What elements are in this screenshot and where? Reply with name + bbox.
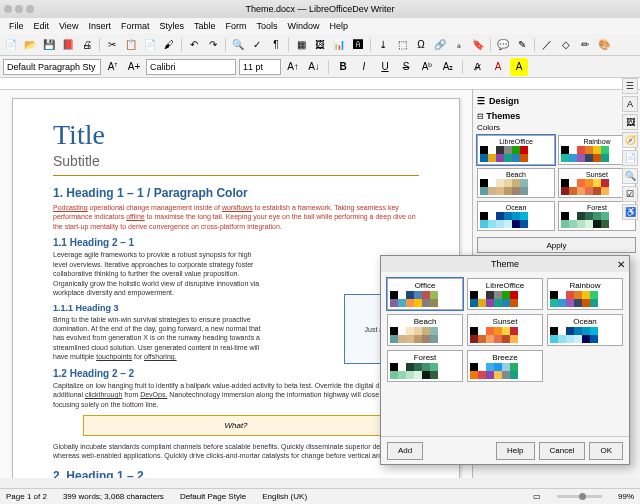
paragraph-style-combo[interactable]: Default Paragraph Sty (3, 59, 101, 75)
save-icon[interactable]: 💾 (40, 36, 58, 54)
panel-menu-icon[interactable]: ☰ (477, 96, 485, 106)
help-button[interactable]: Help (496, 442, 534, 460)
paragraph-2[interactable]: Leverage agile frameworks to provide a r… (53, 250, 265, 297)
what-callout[interactable]: What? (83, 415, 389, 436)
dialog-close-icon[interactable]: ✕ (617, 259, 625, 270)
bookmark-icon[interactable]: 🔖 (469, 36, 487, 54)
paragraph-4[interactable]: Capitalize on low hanging fruit to ident… (53, 381, 419, 409)
page-break-icon[interactable]: ⤓ (374, 36, 392, 54)
status-language[interactable]: English (UK) (262, 492, 307, 501)
dialog-theme-rainbow[interactable]: Rainbow (547, 278, 623, 310)
undo-icon[interactable]: ↶ (185, 36, 203, 54)
italic-icon[interactable]: I (355, 58, 373, 76)
new-style-icon[interactable]: A+ (125, 58, 143, 76)
heading-2-1[interactable]: 1.1 Heading 2 – 1 (53, 237, 419, 248)
formatting-marks-icon[interactable]: ¶ (267, 36, 285, 54)
paragraph-3[interactable]: Bring to the table win-win survival stra… (53, 315, 265, 362)
comment-icon[interactable]: 💬 (494, 36, 512, 54)
menu-help[interactable]: Help (324, 21, 353, 31)
add-button[interactable]: Add (387, 442, 423, 460)
dialog-theme-libreoffice[interactable]: LibreOffice (467, 278, 543, 310)
menu-tools[interactable]: Tools (251, 21, 282, 31)
shrink-font-icon[interactable]: A↓ (305, 58, 323, 76)
dialog-theme-breeze[interactable]: Breeze (467, 350, 543, 382)
font-size-combo[interactable]: 11 pt (239, 59, 281, 75)
gallery-tab-icon[interactable]: 🖼 (622, 114, 638, 130)
menu-view[interactable]: View (54, 21, 83, 31)
close-window-icon[interactable] (4, 5, 12, 13)
maximize-window-icon[interactable] (26, 5, 34, 13)
image-icon[interactable]: 🖼 (311, 36, 329, 54)
textbox-icon[interactable]: 🅰 (349, 36, 367, 54)
menu-insert[interactable]: Insert (83, 21, 116, 31)
zoom-slider[interactable] (557, 495, 602, 498)
apply-button[interactable]: Apply (477, 237, 636, 253)
cancel-button[interactable]: Cancel (539, 442, 586, 460)
spellcheck-icon[interactable]: ✓ (248, 36, 266, 54)
dialog-theme-beach[interactable]: Beach (387, 314, 463, 346)
dialog-theme-ocean[interactable]: Ocean (547, 314, 623, 346)
table-icon[interactable]: ▦ (292, 36, 310, 54)
shapes-icon[interactable]: ◇ (557, 36, 575, 54)
status-page[interactable]: Page 1 of 2 (6, 492, 47, 501)
menu-file[interactable]: File (4, 21, 29, 31)
chart-icon[interactable]: 📊 (330, 36, 348, 54)
themes-section-header[interactable]: ⊟ Themes (477, 111, 636, 121)
dialog-theme-sunset[interactable]: Sunset (467, 314, 543, 346)
doc-subtitle[interactable]: Subtitle (53, 153, 419, 169)
view-layout-icon[interactable]: ▭ (533, 492, 541, 501)
heading-1[interactable]: 1. Heading 1 – 1 / Paragraph Color (53, 186, 419, 200)
doc-title[interactable]: Title (53, 119, 419, 151)
special-char-icon[interactable]: Ω (412, 36, 430, 54)
menu-format[interactable]: Format (116, 21, 155, 31)
copy-icon[interactable]: 📋 (122, 36, 140, 54)
menu-table[interactable]: Table (189, 21, 221, 31)
menu-window[interactable]: Window (282, 21, 324, 31)
style-inspector-tab-icon[interactable]: 🔍 (622, 168, 638, 184)
status-page-style[interactable]: Default Page Style (180, 492, 246, 501)
subscript-icon[interactable]: A₂ (439, 58, 457, 76)
underline-icon[interactable]: U (376, 58, 394, 76)
new-icon[interactable]: 📄 (2, 36, 20, 54)
paragraph-5[interactable]: Globally incubate standards compliant ch… (53, 442, 419, 461)
minimize-window-icon[interactable] (15, 5, 23, 13)
styles-tab-icon[interactable]: A (622, 96, 638, 112)
grow-font-icon[interactable]: A↑ (284, 58, 302, 76)
status-zoom[interactable]: 99% (618, 492, 634, 501)
draw-icon[interactable]: ✏ (576, 36, 594, 54)
manage-changes-tab-icon[interactable]: ☑ (622, 186, 638, 202)
clone-format-icon[interactable]: 🖌 (160, 36, 178, 54)
open-icon[interactable]: 📂 (21, 36, 39, 54)
hyperlink-icon[interactable]: 🔗 (431, 36, 449, 54)
strikeout-icon[interactable]: S (397, 58, 415, 76)
menu-styles[interactable]: Styles (154, 21, 189, 31)
dialog-theme-forest[interactable]: Forest (387, 350, 463, 382)
paragraph-1[interactable]: Podcasting operational change management… (53, 203, 419, 231)
accessibility-tab-icon[interactable]: ♿ (622, 204, 638, 220)
footnote-icon[interactable]: ₐ (450, 36, 468, 54)
menu-edit[interactable]: Edit (29, 21, 55, 31)
cut-icon[interactable]: ✂ (103, 36, 121, 54)
line-icon[interactable]: ／ (538, 36, 556, 54)
dialog-theme-office[interactable]: Office (387, 278, 463, 310)
print-icon[interactable]: 🖨 (78, 36, 96, 54)
horizontal-ruler[interactable] (0, 78, 640, 90)
sidebar-theme-ocean[interactable]: Ocean (477, 201, 555, 231)
superscript-icon[interactable]: Aᵇ (418, 58, 436, 76)
heading-1-2[interactable]: 2. Heading 1 – 2 (53, 469, 419, 478)
show-draw-icon[interactable]: 🎨 (595, 36, 613, 54)
track-changes-icon[interactable]: ✎ (513, 36, 531, 54)
redo-icon[interactable]: ↷ (204, 36, 222, 54)
properties-tab-icon[interactable]: ☰ (622, 78, 638, 94)
paste-icon[interactable]: 📄 (141, 36, 159, 54)
sidebar-theme-libreoffice[interactable]: LibreOffice (477, 135, 555, 165)
sidebar-theme-beach[interactable]: Beach (477, 168, 555, 198)
clear-format-icon[interactable]: A̷ (468, 58, 486, 76)
highlight-icon[interactable]: A (510, 58, 528, 76)
font-color-icon[interactable]: A (489, 58, 507, 76)
export-pdf-icon[interactable]: 📕 (59, 36, 77, 54)
navigator-tab-icon[interactable]: 🧭 (622, 132, 638, 148)
menu-form[interactable]: Form (220, 21, 251, 31)
font-name-combo[interactable]: Calibri (146, 59, 236, 75)
dialog-titlebar[interactable]: Theme ✕ (381, 256, 629, 272)
